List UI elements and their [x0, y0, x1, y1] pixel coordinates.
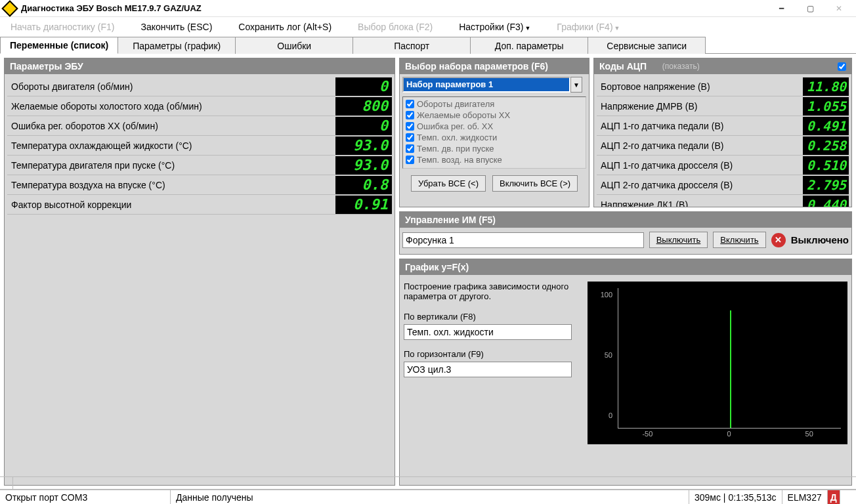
y-tick-100: 100 [601, 291, 612, 299]
adc-value: 2.795 [803, 176, 849, 194]
adc-label: АЦП 2-го датчика дросселя (В) [597, 180, 803, 190]
add-all-button[interactable]: Включить ВСЕ (>) [492, 175, 578, 192]
adc-row[interactable]: АЦП 2-го датчика дросселя (В)2.795 [597, 175, 849, 195]
actuator-off-button[interactable]: Выключить [649, 232, 708, 248]
adc-row[interactable]: Напряжение ДМРВ (В)1.055 [597, 96, 849, 116]
param-checkbox[interactable] [406, 144, 414, 153]
param-checkbox[interactable] [406, 133, 414, 142]
actuator-status: Выключено [791, 234, 849, 245]
status-ruler [0, 476, 856, 490]
maximize-button[interactable]: ▢ [796, 1, 824, 16]
menu-settings[interactable]: Настройки (F3)▼ [459, 22, 530, 32]
param-row[interactable]: Обороты двигателя (об/мин)0 [7, 77, 392, 96]
param-check-row[interactable]: Темп. возд. на впуске [404, 154, 584, 165]
menu-stop[interactable]: Закончить (ESC) [140, 22, 212, 32]
tab-extra[interactable]: Доп. параметры [470, 37, 588, 54]
minimize-button[interactable]: ━ [767, 1, 796, 16]
adc-row[interactable]: АЦП 2-го датчика педали (В)0.258 [597, 136, 849, 156]
adc-value: 11.80 [803, 77, 849, 96]
param-label: Желаемые обороты холостого хода (об/мин) [7, 101, 335, 112]
tab-service[interactable]: Сервисные записи [588, 37, 706, 54]
param-value: 800 [335, 97, 392, 116]
menu-start: Начать диагностику (F1) [11, 22, 114, 32]
param-checkbox[interactable] [406, 122, 414, 131]
chart-y-label: По вертикали (F8) [404, 312, 581, 322]
param-row[interactable]: Ошибка рег. оборотов ХХ (об/мин)0 [7, 116, 392, 136]
param-check-label: Темп. возд. на впуске [417, 155, 502, 165]
actuator-close-icon[interactable]: ✕ [771, 233, 786, 247]
adc-label: Напряжение ДК1 (В) [597, 200, 803, 207]
close-button[interactable]: ✕ [824, 1, 853, 16]
y-tick-50: 50 [605, 351, 612, 359]
adc-label: АЦП 1-го датчика педали (В) [597, 121, 803, 131]
app-icon [1, 0, 18, 16]
chart-description: Построение графика зависимости одного па… [404, 282, 581, 301]
param-value: 93.0 [335, 156, 392, 175]
param-check-row[interactable]: Желаемые обороты ХХ [404, 110, 584, 121]
status-bar: Открыт порт COM3 Данные получены 309мс |… [0, 490, 856, 504]
adc-label: Напряжение ДМРВ (В) [597, 101, 803, 112]
param-set-dropdown-icon[interactable]: ▼ [570, 77, 582, 93]
adc-row[interactable]: Напряжение ДК1 (В)0.440 [597, 195, 849, 207]
param-label: Фактор высотной коррекции [7, 200, 335, 210]
param-label: Температура охлаждающей жидкости (°С) [7, 140, 335, 151]
ecu-params-list: Обороты двигателя (об/мин)0Желаемые обор… [5, 74, 395, 485]
param-label: Обороты двигателя (об/мин) [7, 81, 335, 92]
param-check-label: Желаемые обороты ХХ [417, 110, 510, 120]
chart-x-label: По горизонтали (F9) [404, 349, 581, 359]
actuator-select[interactable]: Форсунка 1 [402, 232, 644, 248]
status-adapter: ELM327 [782, 490, 828, 504]
adc-value: 0.510 [803, 156, 849, 175]
adc-label: АЦП 1-го датчика дросселя (В) [597, 160, 803, 171]
chart-x-select[interactable]: УОЗ цил.3 [404, 362, 572, 377]
param-checkbox[interactable] [406, 111, 414, 119]
param-check-label: Темп. охл. жидкости [417, 133, 497, 142]
tab-params-chart[interactable]: Параметры (график) [118, 37, 236, 54]
param-check-row[interactable]: Обороты двигателя [404, 98, 584, 110]
param-row[interactable]: Фактор высотной коррекции0.91 [7, 195, 392, 215]
adc-show-label: (показать) [662, 62, 700, 71]
adc-row[interactable]: Бортовое напряжение (В)11.80 [597, 77, 849, 96]
param-row[interactable]: Температура воздуха на впуске (°С)0.8 [7, 175, 392, 195]
param-checkbox[interactable] [406, 100, 414, 108]
tab-errors[interactable]: Ошибки [235, 37, 353, 54]
param-set-select[interactable]: Набор параметров 1 [402, 77, 570, 93]
tab-variables[interactable]: Переменные (список) [0, 37, 118, 54]
menu-save-log[interactable]: Сохранить лог (Alt+S) [238, 22, 332, 32]
param-checkbox[interactable] [406, 156, 414, 164]
x-tick-neg50: -50 [642, 430, 653, 438]
param-check-list[interactable]: Обороты двигателяЖелаемые обороты ХХОшиб… [402, 96, 586, 169]
chart-data-line [730, 310, 731, 428]
actuator-header: Управление ИМ (F5) [400, 212, 851, 228]
param-check-row[interactable]: Темп. дв. при пуске [404, 143, 584, 154]
adc-value: 1.055 [803, 97, 849, 116]
param-row[interactable]: Температура охлаждающей жидкости (°С)93.… [7, 136, 392, 156]
param-value: 0.91 [335, 196, 392, 214]
param-label: Температура двигателя при пуске (°С) [7, 160, 335, 171]
adc-row[interactable]: АЦП 1-го датчика дросселя (В)0.510 [597, 156, 849, 175]
adc-title: Коды АЦП [599, 61, 647, 72]
tab-passport[interactable]: Паспорт [353, 37, 471, 54]
adc-value: 0.491 [803, 117, 849, 135]
actuator-on-button[interactable]: Включить [713, 232, 765, 248]
status-port: Открыт порт COM3 [0, 490, 171, 504]
param-row[interactable]: Температура двигателя при пуске (°С)93.0 [7, 156, 392, 175]
remove-all-button[interactable]: Убрать ВСЕ (<) [411, 175, 486, 192]
param-check-label: Темп. дв. при пуске [417, 144, 494, 154]
param-check-label: Ошибка рег. об. ХХ [417, 121, 493, 131]
adc-label: Бортовое напряжение (В) [597, 81, 803, 92]
param-check-row[interactable]: Ошибка рег. об. ХХ [404, 121, 584, 132]
adc-show-checkbox[interactable] [838, 62, 846, 71]
chart-y-select[interactable]: Темп. охл. жидкости [404, 324, 572, 340]
status-timing: 309мс | 0:1:35,513с [689, 490, 782, 504]
param-value: 0 [335, 77, 392, 96]
param-check-row[interactable]: Темп. охл. жидкости [404, 132, 584, 143]
param-row[interactable]: Желаемые обороты холостого хода (об/мин)… [7, 96, 392, 116]
ecu-params-header: Параметры ЭБУ [5, 58, 395, 74]
param-value: 93.0 [335, 136, 392, 155]
param-label: Температура воздуха на впуске (°С) [7, 180, 335, 190]
adc-row[interactable]: АЦП 1-го датчика педали (В)0.491 [597, 116, 849, 136]
x-tick-0: 0 [727, 430, 731, 438]
param-set-header: Выбор набора параметров (F6) [400, 58, 589, 74]
menu-charts: Графики (F4)▼ [557, 22, 620, 32]
